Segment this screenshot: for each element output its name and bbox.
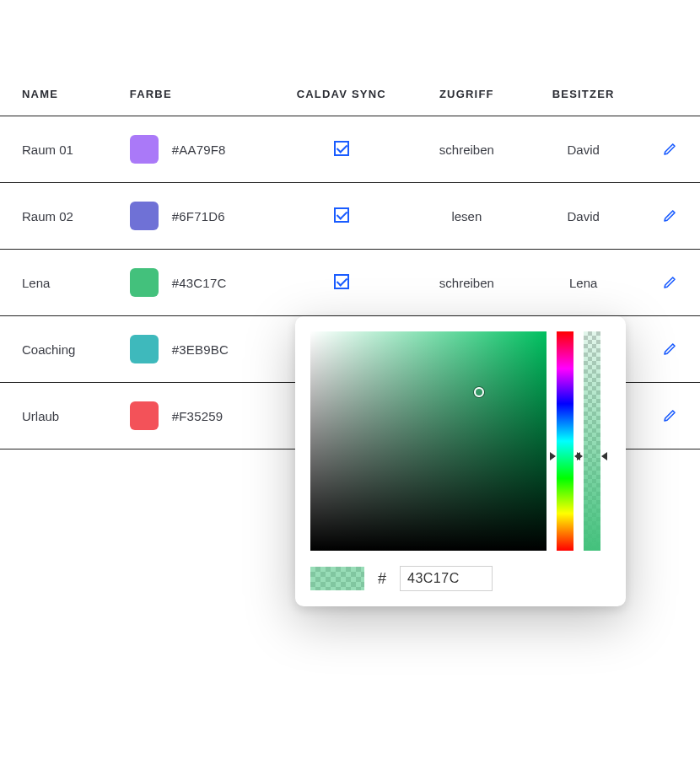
cell-caldav	[277, 116, 407, 183]
cell-access: lesen	[407, 183, 527, 250]
col-header-access: ZUGRIFF	[407, 76, 527, 116]
cell-name: Lena	[0, 250, 130, 316]
table-row: Raum 01#AA79F8schreibenDavid	[0, 116, 700, 183]
color-preview-swatch	[310, 567, 364, 590]
color-hex-label: #43C17C	[172, 276, 227, 290]
color-hex-label: #3EB9BC	[172, 342, 229, 357]
cell-actions	[639, 250, 700, 316]
pencil-icon	[662, 275, 677, 290]
cell-color: #6F71D6	[130, 183, 277, 250]
alpha-slider[interactable]	[584, 331, 600, 551]
table-row: Lena#43C17CschreibenLena	[0, 250, 700, 316]
hex-input[interactable]	[400, 566, 493, 591]
cell-color: #3EB9BC	[130, 316, 277, 383]
color-swatch[interactable]	[130, 202, 159, 230]
col-header-owner: BESITZER	[527, 76, 639, 116]
table-row: Raum 02#6F71D6lesenDavid	[0, 183, 700, 250]
cell-actions	[639, 383, 700, 449]
cell-color: #AA79F8	[130, 116, 277, 183]
color-picker-popover: #	[295, 316, 626, 606]
color-hex-label: #6F71D6	[172, 209, 225, 223]
cell-color: #F35259	[130, 383, 277, 449]
cell-color: #43C17C	[130, 250, 277, 316]
cell-caldav	[277, 250, 407, 316]
color-swatch[interactable]	[130, 401, 159, 430]
color-swatch[interactable]	[130, 335, 159, 363]
col-header-actions	[639, 76, 700, 116]
edit-button[interactable]	[658, 271, 681, 294]
caldav-checkbox[interactable]	[334, 141, 349, 156]
cell-access: schreiben	[407, 250, 527, 316]
cell-name: Raum 02	[0, 183, 130, 250]
cell-actions	[639, 183, 700, 250]
col-header-caldav: CALDAV SYNC	[277, 76, 407, 116]
cell-actions	[639, 116, 700, 183]
cell-caldav	[277, 183, 407, 250]
cell-access: schreiben	[407, 116, 527, 183]
edit-button[interactable]	[658, 404, 681, 428]
hex-hash-label: #	[378, 570, 386, 588]
cell-owner: David	[527, 183, 639, 250]
color-swatch[interactable]	[130, 268, 159, 297]
col-header-color: FARBE	[130, 76, 277, 116]
hue-handle-left[interactable]	[550, 452, 556, 460]
col-header-name: NAME	[0, 76, 130, 116]
caldav-checkbox[interactable]	[334, 207, 349, 223]
alpha-handle-left[interactable]	[577, 452, 583, 460]
color-hex-label: #AA79F8	[172, 143, 226, 157]
color-hex-label: #F35259	[172, 409, 223, 423]
cell-actions	[639, 316, 700, 383]
hue-slider[interactable]	[557, 331, 573, 551]
edit-button[interactable]	[658, 204, 681, 228]
pencil-icon	[662, 408, 677, 423]
saturation-value-area[interactable]	[310, 331, 547, 551]
cell-name: Raum 01	[0, 116, 130, 183]
sv-cursor[interactable]	[474, 387, 484, 397]
cell-owner: David	[527, 116, 639, 183]
edit-button[interactable]	[658, 137, 681, 161]
alpha-handle-right[interactable]	[601, 452, 607, 460]
pencil-icon	[662, 342, 677, 357]
caldav-checkbox[interactable]	[334, 274, 349, 289]
cell-name: Coaching	[0, 316, 130, 383]
pencil-icon	[662, 208, 677, 223]
cell-owner: Lena	[527, 250, 639, 316]
edit-button[interactable]	[658, 337, 681, 361]
pencil-icon	[662, 142, 677, 157]
color-swatch[interactable]	[130, 135, 159, 164]
cell-name: Urlaub	[0, 383, 130, 449]
